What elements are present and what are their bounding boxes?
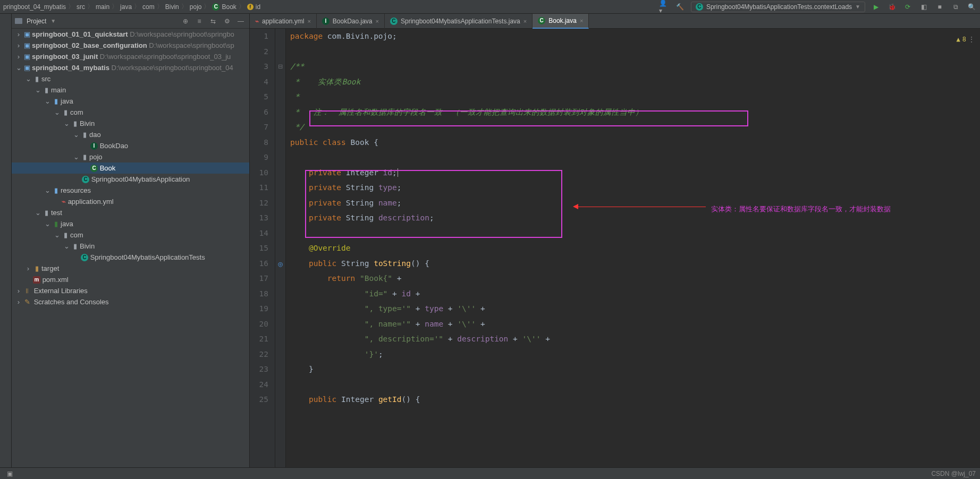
tab-apptests[interactable]: C Springboot04MybatisApplicationTests.ja… [385, 14, 533, 29]
collapse-all-icon[interactable]: ⇆ [208, 16, 218, 27]
crumb-book[interactable]: Book [222, 3, 236, 11]
project-tree[interactable]: ›▣springboot_01_01_quickstart D:\workspa… [12, 29, 249, 467]
code-editor[interactable]: 123456789 1011121314151617 1819202122232… [250, 29, 980, 467]
warning-icon: ▲ [957, 32, 960, 47]
crumb-bivin[interactable]: Bivin [165, 3, 179, 11]
watermark: CSDN @lwj_07 [931, 470, 976, 477]
yml-icon: ⌁ [62, 198, 66, 206]
tool-windows-icon[interactable]: ▣ [4, 468, 15, 479]
project-tool-window: Project ▼ ⊕ ≡ ⇆ ⚙ — ›▣springboot_01_01_q… [12, 14, 250, 467]
line-number-gutter[interactable]: 123456789 1011121314151617 1819202122232… [250, 29, 275, 467]
tree-item-interface: I BookDao [12, 140, 249, 151]
inspections-indicator[interactable]: ▲ 8 ⋮ [957, 32, 975, 47]
fold-gutter[interactable]: ⊟ ◎ [275, 29, 286, 467]
tree-item-external-libs: ›⫴ External Libraries [12, 285, 249, 296]
select-opened-file-icon[interactable]: ⊕ [180, 16, 191, 27]
search-everywhere-icon[interactable]: 🔍 [966, 2, 977, 12]
left-tool-stripe[interactable] [0, 14, 12, 467]
more-icon[interactable]: ⋮ [968, 32, 975, 47]
crumb-com[interactable]: com [142, 3, 155, 11]
breadcrumb[interactable]: pringboot_04_mybatis 〉 src 〉 main 〉 java… [3, 2, 260, 11]
yml-icon: ⌁ [255, 18, 259, 25]
crumb-src[interactable]: src [77, 3, 85, 11]
crumb-main[interactable]: main [96, 3, 109, 11]
maven-icon: m [33, 276, 40, 284]
class-icon: C [212, 3, 219, 11]
close-icon[interactable]: × [307, 18, 310, 24]
stop-button[interactable]: ■ [934, 2, 945, 12]
tree-item-folder: ⌄▮java [12, 96, 249, 107]
tree-item-folder: ⌄▮test [12, 207, 249, 218]
class-icon: C [90, 165, 98, 172]
arrow-line [578, 207, 706, 207]
inspections-count: 8 [962, 32, 966, 47]
field-icon: f [247, 4, 254, 10]
crumb-module[interactable]: pringboot_04_mybatis [3, 3, 66, 11]
annotation-text: 实体类：属性名要保证和数据库字段名一致，才能封装数据 [711, 202, 891, 217]
tree-item-package: ⌄▮com [12, 229, 249, 241]
spring-test-class-icon: C [81, 254, 88, 261]
close-icon[interactable]: × [376, 18, 379, 24]
tree-item-folder: ⌄▮java [12, 218, 249, 229]
expand-all-icon[interactable]: ≡ [194, 16, 205, 27]
class-icon: C [538, 17, 545, 24]
tree-item-module: ›▣springboot_02_base_configuration D:\wo… [12, 40, 249, 51]
spring-class-icon: C [390, 18, 398, 25]
interface-icon: I [90, 142, 98, 150]
tree-item-scratches: ›✎ Scratches and Consoles [12, 296, 249, 307]
editor-tabs: ⌁ application.yml × I BookDao.java × C S… [250, 14, 980, 29]
status-bar: ▣ CSDN @lwj_07 [0, 467, 980, 479]
user-icon[interactable]: 👤▾ [659, 2, 670, 12]
run-config-icon: C [696, 3, 703, 11]
spring-class-icon: C [82, 176, 89, 183]
tree-item-package: ⌄▮dao [12, 129, 249, 140]
gear-icon[interactable]: ⚙ [222, 16, 232, 27]
crumb-java[interactable]: java [120, 3, 132, 11]
tree-item-package: ⌄▮pojo [12, 151, 249, 162]
tree-item-package: ⌄▮Bivin [12, 118, 249, 129]
tree-item-folder: ⌄▮src [12, 73, 249, 84]
profile-button[interactable]: ◧ [918, 2, 929, 12]
run-configuration-selector[interactable]: C Springboot04MybatisApplicationTests.co… [691, 2, 865, 12]
chevron-down-icon: ▼ [855, 4, 860, 10]
debug-button[interactable]: 🐞 [886, 2, 897, 12]
run-config-label: Springboot04MybatisApplicationTests.cont… [706, 3, 852, 11]
tree-item-module: ›▣springboot_01_01_quickstart D:\workspa… [12, 29, 249, 40]
hide-panel-icon[interactable]: — [235, 16, 246, 27]
close-icon[interactable]: × [523, 18, 527, 24]
tab-bookdao[interactable]: I BookDao.java × [317, 14, 385, 29]
tree-item-package: ⌄▮Bivin [12, 241, 249, 252]
tree-item-class: C Springboot04MybatisApplicationTests [12, 252, 249, 263]
tree-item-file: m pom.xml [12, 274, 249, 285]
tree-item-package: ⌄▮com [12, 107, 249, 118]
tree-item-file: ⌁ application.yml [12, 196, 249, 207]
arrow-icon [573, 204, 578, 209]
interface-icon: I [322, 18, 330, 25]
tree-item-class-selected: C Book [12, 162, 249, 174]
project-panel-title: Project [27, 18, 46, 25]
tab-application-yml[interactable]: ⌁ application.yml × [250, 14, 317, 29]
crumb-pojo[interactable]: pojo [190, 3, 202, 11]
tree-item-class: C Springboot04MybatisApplication [12, 174, 249, 185]
tab-book[interactable]: C Book.java × [533, 14, 589, 29]
tree-item-folder: ⌄▮resources [12, 185, 249, 196]
run-button[interactable]: ▶ [871, 2, 881, 12]
crumb-id[interactable]: id [256, 3, 260, 11]
tree-item-folder: ⌄▮main [12, 84, 249, 96]
git-button[interactable]: ⧉ [950, 2, 961, 12]
tree-item-module: ⌄▣springboot_04_mybatis D:\workspace\spr… [12, 62, 249, 73]
tree-item-module: ›▣springboot_03_junit D:\workspace\sprin… [12, 51, 249, 62]
chevron-down-icon[interactable]: ▼ [50, 18, 56, 24]
close-icon[interactable]: × [580, 18, 583, 24]
coverage-button[interactable]: ⟳ [902, 2, 913, 12]
build-icon[interactable]: 🔨 [675, 2, 686, 12]
project-icon [15, 18, 22, 24]
tree-item-folder: ›▮target [12, 263, 249, 274]
